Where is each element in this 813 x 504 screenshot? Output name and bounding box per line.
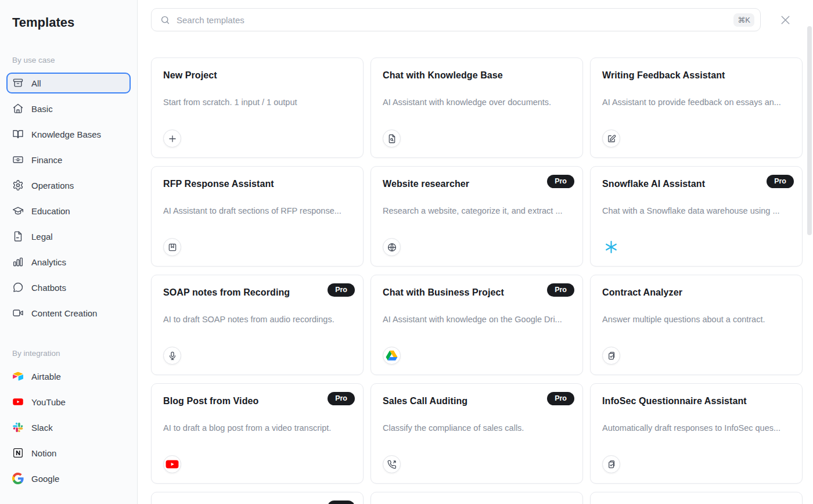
templates-modal: Templates By use case All Basic Knowledg…	[0, 0, 813, 504]
card-title: Sales Call Auditing	[383, 396, 571, 406]
book-open-icon	[12, 128, 24, 140]
phone-outgoing-icon	[383, 455, 401, 473]
gear-icon	[12, 179, 24, 191]
sidebar-item-google[interactable]: Google	[6, 468, 131, 489]
pro-badge: Pro	[767, 175, 794, 188]
sidebar-item-knowledge-bases[interactable]: Knowledge Bases	[6, 124, 131, 145]
page-title: Templates	[6, 15, 131, 30]
template-card-contract-analyzer[interactable]: Contract Analyzer Answer multiple questi…	[590, 275, 803, 375]
clipboard-check-icon	[602, 347, 620, 365]
main-content: ⌘K New Project Start from scratch. 1 inp…	[138, 0, 813, 504]
plus-icon	[163, 129, 181, 147]
card-description: Automatically draft responses to InfoSec…	[602, 423, 790, 433]
card-title: Chat with Business Project	[383, 287, 571, 298]
card-description: AI Assistant with knowledge on the Googl…	[383, 315, 571, 324]
sidebar-item-label: Chatbots	[31, 283, 66, 293]
sidebar-section-label: By integration	[6, 349, 131, 358]
template-card-infosec-questionnaire-assistant[interactable]: InfoSec Questionnaire Assistant Automati…	[590, 383, 803, 484]
notion-logo-icon	[12, 447, 24, 459]
template-card-soap-notes-from-recording[interactable]: SOAP notes from Recording Pro AI to draf…	[151, 275, 364, 375]
sidebar-item-label: Operations	[31, 181, 74, 190]
google-logo-icon	[12, 473, 24, 484]
card-description: Start from scratch. 1 input / 1 output	[163, 98, 351, 107]
slack-logo-icon	[12, 422, 24, 433]
sidebar-item-airtable[interactable]: Airtable	[6, 366, 131, 387]
card-title: InfoSec Questionnaire Assistant	[602, 396, 790, 406]
globe-icon	[383, 238, 401, 256]
snowflake-icon	[602, 238, 620, 256]
card-description: AI Assistant to draft sections of RFP re…	[163, 206, 351, 215]
document-search-icon	[383, 129, 401, 147]
youtube-logo-icon	[12, 396, 24, 408]
sidebar-item-legal[interactable]: Legal	[6, 226, 131, 247]
template-card-partial[interactable]	[370, 492, 583, 504]
card-description: Answer multiple questions about a contra…	[602, 315, 790, 324]
search-icon	[160, 15, 171, 26]
scrollbar[interactable]	[807, 0, 812, 504]
template-card-partial[interactable]	[590, 492, 803, 504]
sidebar-item-content-creation[interactable]: Content Creation	[6, 303, 131, 323]
template-card-chat-with-knowledge-base[interactable]: Chat with Knowledge Base AI Assistant wi…	[370, 57, 583, 158]
home-icon	[12, 103, 24, 114]
graduation-cap-icon	[12, 205, 24, 217]
banknote-icon	[12, 154, 24, 165]
sidebar-item-youtube[interactable]: YouTube	[6, 391, 131, 412]
pro-badge: Pro	[547, 283, 574, 297]
card-description: Classify the compliance of sales calls.	[383, 423, 571, 433]
card-title: Snowflake AI Assistant	[602, 179, 790, 189]
template-card-snowflake-ai-assistant[interactable]: Snowflake AI Assistant Pro Chat with a S…	[590, 166, 803, 267]
sidebar-item-basic[interactable]: Basic	[6, 98, 131, 119]
file-document-icon	[12, 231, 24, 242]
card-title: Contract Analyzer	[602, 287, 790, 298]
card-title: Website researcher	[383, 179, 571, 189]
template-card-rfp-response-assistant[interactable]: RFP Response Assistant AI Assistant to d…	[151, 166, 364, 267]
sidebar-item-analytics[interactable]: Analytics	[6, 251, 131, 272]
sidebar-item-chatbots[interactable]: Chatbots	[6, 277, 131, 298]
pro-badge: Pro	[328, 283, 355, 297]
sidebar-item-education[interactable]: Education	[6, 200, 131, 221]
sidebar-item-finance[interactable]: Finance	[6, 149, 131, 170]
card-description: AI to draft a blog post from a video tra…	[163, 423, 351, 433]
sidebar-item-label: Notion	[31, 448, 56, 458]
pro-badge: Pro	[547, 175, 574, 188]
card-title: Writing Feedback Assistant	[602, 70, 790, 81]
template-card-sales-call-auditing[interactable]: Sales Call Auditing Pro Classify the com…	[370, 383, 583, 484]
bookmark-square-icon	[163, 238, 181, 256]
template-card-website-researcher[interactable]: Website researcher Pro Research a websit…	[370, 166, 583, 267]
card-description: Research a website, categorize it, and e…	[383, 206, 571, 215]
scrollbar-thumb[interactable]	[807, 26, 812, 235]
close-icon	[779, 13, 792, 27]
bar-chart-icon	[12, 256, 24, 268]
sidebar-item-label: Airtable	[31, 372, 61, 381]
sidebar-item-operations[interactable]: Operations	[6, 175, 131, 196]
card-description: AI Assistant with knowledge over documen…	[383, 98, 571, 107]
search-input[interactable]	[177, 15, 728, 25]
template-card-blog-post-from-video[interactable]: Blog Post from Video Pro AI to draft a b…	[151, 383, 364, 484]
sidebar-item-notion[interactable]: Notion	[6, 442, 131, 463]
sidebar-item-label: Finance	[31, 155, 62, 165]
sidebar-item-label: Basic	[31, 104, 53, 114]
video-camera-icon	[12, 307, 24, 319]
airtable-logo-icon	[12, 370, 24, 382]
sidebar-item-label: Content Creation	[31, 308, 97, 318]
sidebar: Templates By use case All Basic Knowledg…	[0, 0, 138, 504]
close-button[interactable]	[775, 10, 795, 30]
keyboard-shortcut-badge: ⌘K	[733, 13, 754, 27]
card-title: New Project	[163, 70, 351, 81]
sidebar-item-label: Knowledge Bases	[31, 129, 101, 139]
card-title: Blog Post from Video	[163, 396, 351, 406]
topbar: ⌘K	[151, 8, 813, 31]
card-description: AI Assistant to provide feedback on essa…	[602, 98, 790, 107]
template-card-chat-with-business-project[interactable]: Chat with Business Project Pro AI Assist…	[370, 275, 583, 375]
search-bar[interactable]: ⌘K	[151, 8, 761, 31]
sidebar-item-label: Education	[31, 206, 70, 216]
template-card-new-project[interactable]: New Project Start from scratch. 1 input …	[151, 57, 364, 158]
sidebar-item-slack[interactable]: Slack	[6, 417, 131, 438]
template-card-partial[interactable]: Pro	[151, 492, 364, 504]
sidebar-item-all[interactable]: All	[6, 73, 131, 93]
card-description: Chat with a Snowflake data warehouse usi…	[602, 206, 790, 215]
edit-pencil-icon	[602, 129, 620, 147]
pro-badge: Pro	[328, 392, 355, 405]
template-card-writing-feedback-assistant[interactable]: Writing Feedback Assistant AI Assistant …	[590, 57, 803, 158]
sidebar-item-label: YouTube	[31, 397, 66, 407]
